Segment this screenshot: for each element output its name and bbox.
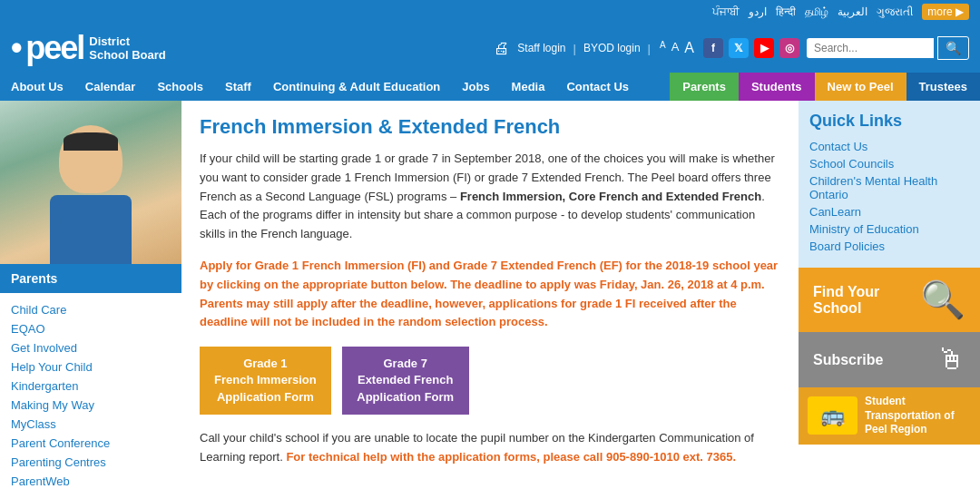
nav-contact-us[interactable]: Contact Us (555, 73, 640, 101)
print-icon[interactable]: 🖨 (494, 39, 510, 58)
quick-link-ministry-education[interactable]: Ministry of Education (809, 222, 919, 236)
find-school-label: Find YourSchool (813, 284, 879, 317)
contact-note: Call your child's school if you are unab… (200, 429, 780, 467)
lang-punjabi[interactable]: ਪੰਜਾਬੀ (712, 5, 740, 18)
main-content: French Immersion & Extended French If yo… (181, 101, 799, 489)
social-icons: f 𝕏 ▶ ◎ (703, 38, 799, 58)
lang-gujarati[interactable]: ગુજરાતી (877, 5, 913, 18)
sidebar-link-parentweb[interactable]: ParentWeb (0, 472, 181, 489)
quick-links-title: Quick Links (809, 112, 969, 131)
instagram-icon[interactable]: ◎ (779, 38, 799, 58)
nav-staff[interactable]: Staff (214, 73, 262, 101)
subscribe-label: Subscribe (813, 352, 883, 368)
bus-icon: 🚌 (808, 396, 858, 435)
quick-link-school-councils[interactable]: School Councils (809, 157, 894, 171)
logo-subtitle: District School Board (89, 34, 166, 62)
font-size-small[interactable]: A (658, 40, 668, 56)
quick-link-board-policies[interactable]: Board Policies (809, 240, 885, 253)
nav-media[interactable]: Media (501, 73, 556, 101)
search-area: 🔍 (807, 36, 969, 60)
sidebar-link-parenting-centres[interactable]: Parenting Centres (0, 453, 181, 472)
nav-tab-trustees[interactable]: Trustees (906, 73, 980, 101)
subscribe-box[interactable]: Subscribe 🖱 (799, 332, 980, 387)
header-right: 🖨 Staff login | BYOD login | A A A f 𝕏 ▶… (494, 36, 969, 60)
sidebar-link-eqao[interactable]: EQAO (0, 319, 181, 338)
more-languages-button[interactable]: more ▶ (922, 4, 969, 20)
transport-box[interactable]: 🚌 Student Transportation of Peel Region (799, 387, 980, 445)
sidebar-photo (0, 101, 181, 264)
sidebar-link-myclass[interactable]: MyClass (0, 415, 181, 434)
quick-link-canlearn[interactable]: CanLearn (809, 205, 861, 219)
twitter-icon[interactable]: 𝕏 (729, 38, 749, 58)
staff-login-link[interactable]: Staff login (517, 42, 565, 54)
quick-link-childrens-mental-health[interactable]: Children's Mental Health Ontario (809, 174, 937, 201)
font-size-controls: A A A (658, 40, 696, 56)
font-size-large[interactable]: A (682, 40, 696, 56)
nav-jobs[interactable]: Jobs (451, 73, 500, 101)
sidebar-link-help-your-child[interactable]: Help Your Child (0, 357, 181, 377)
youtube-icon[interactable]: ▶ (754, 38, 774, 58)
nav-continuing-education[interactable]: Continuing & Adult Education (262, 73, 451, 101)
magnify-glass-icon: 🔍 (920, 279, 965, 321)
language-bar: ਪੰਜਾਬੀ اردو हिन्दी தமிழ் العربية ગુજરાતી… (0, 0, 980, 24)
font-size-medium[interactable]: A (670, 40, 681, 56)
transport-label: Student Transportation of Peel Region (865, 395, 971, 437)
page-title: French Immersion & Extended French (200, 115, 780, 139)
lang-hindi[interactable]: हिन्दी (776, 5, 796, 18)
quick-links-box: Quick Links Contact Us School Councils C… (799, 101, 980, 268)
sidebar-links: Child Care EQAO Get Involved Help Your C… (0, 293, 181, 489)
nav-tab-parents[interactable]: Parents (670, 73, 739, 101)
sidebar-link-parent-conference[interactable]: Parent Conference (0, 434, 181, 453)
sidebar-link-get-involved[interactable]: Get Involved (0, 338, 181, 357)
nav-tab-new-to-peel[interactable]: New to Peel (815, 73, 906, 101)
logo-name: peel (25, 29, 83, 66)
quick-link-contact-us[interactable]: Contact Us (809, 140, 867, 153)
mouse-icon: 🖱 (936, 343, 965, 377)
sidebar-link-kindergarten[interactable]: Kindergarten (0, 377, 181, 396)
facebook-icon[interactable]: f (703, 38, 723, 58)
sidebar-link-child-care[interactable]: Child Care (0, 300, 181, 319)
intro-paragraph: If your child will be starting grade 1 o… (200, 150, 780, 244)
nav-schools[interactable]: Schools (146, 73, 214, 101)
logo-area: • peel District School Board (11, 29, 166, 67)
main-navigation: About Us Calendar Schools Staff Continui… (0, 73, 980, 101)
byod-login-link[interactable]: BYOD login (583, 42, 641, 54)
sidebar-section-title: Parents (0, 264, 181, 293)
nav-calendar[interactable]: Calendar (74, 73, 147, 101)
search-input[interactable] (807, 38, 934, 58)
nav-tab-students[interactable]: Students (739, 73, 815, 101)
sidebar-link-making-my-way[interactable]: Making My Way (0, 396, 181, 415)
right-sidebar: Quick Links Contact Us School Councils C… (799, 101, 980, 489)
logo-dot: • (11, 29, 23, 66)
lang-urdu[interactable]: اردو (749, 5, 767, 18)
grade1-fi-form-button[interactable]: Grade 1 French Immersion Application For… (200, 347, 331, 415)
grade7-ef-form-button[interactable]: Grade 7 Extended French Application Form (342, 347, 469, 415)
lang-arabic[interactable]: العربية (838, 5, 867, 18)
content-wrapper: Parents Child Care EQAO Get Involved Hel… (0, 101, 980, 489)
lang-tamil[interactable]: தமிழ் (805, 5, 828, 18)
left-sidebar: Parents Child Care EQAO Get Involved Hel… (0, 101, 181, 489)
site-header: • peel District School Board 🖨 Staff log… (0, 24, 980, 73)
form-buttons: Grade 1 French Immersion Application For… (200, 347, 780, 415)
apply-notice: Apply for Grade 1 French Immersion (FI) … (200, 257, 780, 332)
find-school-box[interactable]: Find YourSchool 🔍 (799, 268, 980, 332)
quick-links-list: Contact Us School Councils Children's Me… (809, 140, 969, 253)
nav-about-us[interactable]: About Us (0, 73, 74, 101)
search-button[interactable]: 🔍 (937, 36, 969, 60)
